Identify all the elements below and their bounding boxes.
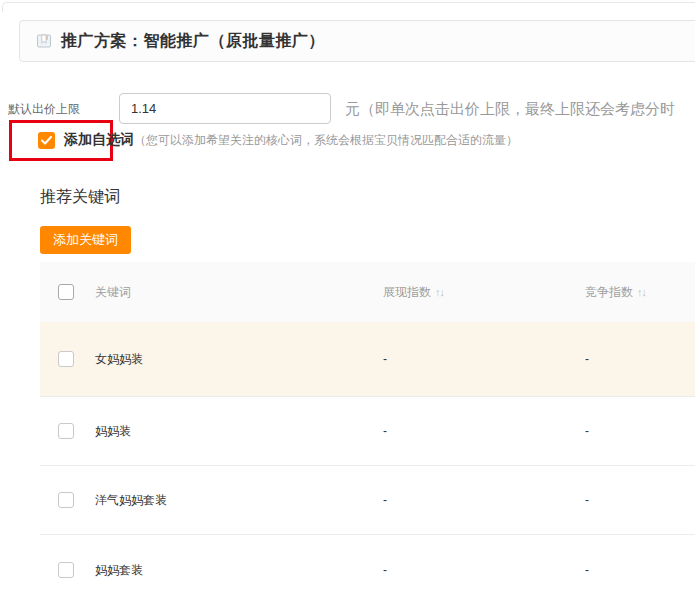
table-header-row: 关键词 展现指数↑↓ 竞争指数↑↓ — [40, 262, 695, 322]
row-checkbox[interactable] — [58, 423, 74, 439]
keywords-table: 关键词 展现指数↑↓ 竞争指数↑↓ 女妈妈装 - - 妈妈装 - - 洋气妈妈套… — [40, 262, 695, 603]
sort-icon[interactable]: ↑↓ — [637, 286, 646, 298]
select-all-checkbox[interactable] — [58, 284, 74, 300]
plan-bookmark-icon — [36, 33, 52, 49]
bid-cap-suffix-note: 元（即单次点击出价上限，最终上限还会考虑分时 — [345, 100, 695, 119]
column-header-impression-index: 展现指数↑↓ — [383, 284, 444, 301]
add-custom-words-checkbox[interactable] — [38, 132, 55, 149]
impression-index-cell: - — [383, 563, 387, 577]
column-header-competition-index: 竞争指数↑↓ — [585, 284, 646, 301]
check-icon — [41, 136, 52, 145]
row-checkbox[interactable] — [58, 351, 74, 367]
bid-cap-input[interactable] — [119, 93, 331, 124]
impression-index-cell: - — [383, 493, 387, 507]
table-row[interactable]: 妈妈套装 - - — [40, 535, 695, 603]
custom-words-row: 添加自选词 （您可以添加希望关注的核心词，系统会根据宝贝情况匹配合适的流量） — [38, 131, 518, 149]
keyword-cell: 洋气妈妈套装 — [95, 492, 167, 509]
table-row[interactable]: 女妈妈装 - - — [40, 322, 695, 397]
competition-index-cell: - — [585, 352, 589, 366]
sort-icon[interactable]: ↑↓ — [435, 286, 444, 298]
custom-words-label: 添加自选词 — [64, 131, 134, 149]
row-checkbox[interactable] — [58, 492, 74, 508]
add-keywords-button[interactable]: 添加关键词 — [40, 226, 131, 254]
impression-index-cell: - — [383, 424, 387, 438]
keyword-cell: 女妈妈装 — [95, 351, 143, 368]
plan-header-card: 推广方案：智能推广（原批量推广） — [19, 20, 695, 62]
table-row[interactable]: 洋气妈妈套装 - - — [40, 466, 695, 535]
recommended-keywords-title: 推荐关键词 — [40, 187, 120, 208]
table-row[interactable]: 妈妈装 - - — [40, 397, 695, 466]
plan-title: 推广方案：智能推广（原批量推广） — [61, 31, 325, 52]
competition-index-cell: - — [585, 563, 589, 577]
column-header-keyword: 关键词 — [95, 284, 131, 301]
row-checkbox[interactable] — [58, 562, 74, 578]
panel-top-border — [2, 2, 695, 12]
custom-words-hint: （您可以添加希望关注的核心词，系统会根据宝贝情况匹配合适的流量） — [134, 132, 518, 149]
smart-promotion-settings-page: { "colors": { "accent_orange": "#ff8800"… — [0, 0, 695, 603]
bid-cap-label: 默认出价上限 — [8, 101, 80, 118]
keyword-cell: 妈妈套装 — [95, 561, 143, 578]
keyword-cell: 妈妈装 — [95, 423, 131, 440]
impression-index-cell: - — [383, 352, 387, 366]
competition-index-cell: - — [585, 493, 589, 507]
competition-index-cell: - — [585, 424, 589, 438]
